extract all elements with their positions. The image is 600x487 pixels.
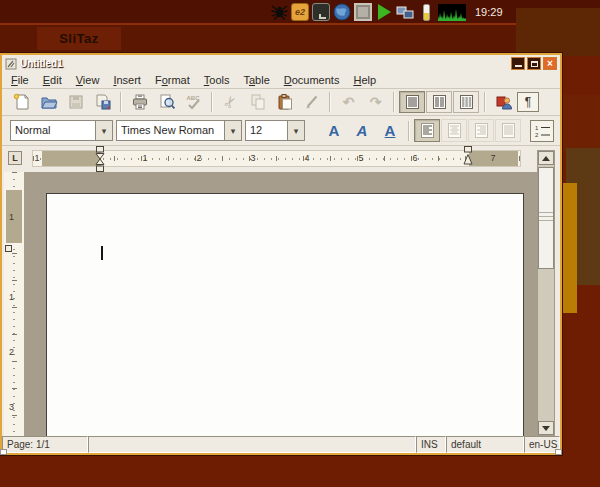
print-button[interactable]: [126, 90, 153, 114]
menu-insert[interactable]: Insert: [106, 72, 148, 88]
menu-help[interactable]: Help: [346, 72, 383, 88]
three-columns-view-button[interactable]: [453, 91, 479, 113]
ruler-row: L 1 1 2 3 4 5 6 7: [2, 146, 560, 172]
undo-button[interactable]: ↶: [335, 90, 362, 114]
battery-icon[interactable]: [417, 3, 435, 21]
document-page[interactable]: [46, 193, 524, 436]
menu-format[interactable]: Format: [148, 72, 197, 88]
pilcrow-icon: ¶: [525, 95, 531, 109]
style-combobox[interactable]: Normal: [10, 120, 113, 141]
terminal-glyph: [319, 14, 326, 19]
top-margin-marker[interactable]: [5, 245, 12, 252]
cpu-monitor-icon[interactable]: [438, 4, 466, 21]
maximize-icon: [531, 61, 538, 67]
close-button[interactable]: ×: [543, 57, 557, 70]
font-size-combobox[interactable]: 12: [245, 120, 305, 141]
italic-button[interactable]: A: [348, 119, 376, 143]
taskbar: e2 19:29: [270, 2, 503, 22]
scissors-icon: ✂: [220, 92, 242, 112]
align-left-button[interactable]: [414, 119, 440, 142]
standard-toolbar: ABC ✂ ↶: [2, 89, 560, 116]
right-indent-marker[interactable]: [463, 146, 473, 168]
align-justify-button[interactable]: [495, 119, 521, 142]
document-area: 1 1 2 3: [2, 172, 560, 436]
open-button[interactable]: [35, 90, 62, 114]
numbered-list-button[interactable]: 1 2: [530, 120, 554, 142]
play-icon[interactable]: [375, 3, 393, 21]
insert-image-button[interactable]: [490, 90, 517, 114]
ruler-number: 7: [490, 153, 495, 163]
copy-button[interactable]: [244, 90, 271, 114]
minimize-button[interactable]: [511, 57, 525, 70]
maximize-button[interactable]: [527, 57, 541, 70]
ruler-number: 3: [9, 402, 14, 412]
scroll-down-button[interactable]: [538, 421, 554, 435]
three-columns-icon: [460, 95, 473, 109]
left-indent-marker[interactable]: [95, 146, 105, 174]
menu-table[interactable]: Table: [236, 72, 276, 88]
align-center-button[interactable]: [441, 119, 467, 142]
slitaz-menu-button[interactable]: SliTaz: [37, 27, 121, 50]
battery-glyph: [423, 4, 430, 21]
redo-button[interactable]: ↷: [362, 90, 389, 114]
web-browser-icon[interactable]: [333, 3, 351, 21]
toolbar-separator: [393, 92, 395, 112]
ruler-number: 1: [142, 153, 147, 163]
ruler-number: 2: [9, 347, 14, 357]
ruler-number: 2: [196, 153, 201, 163]
window-titlebar[interactable]: Untitled1 ×: [2, 55, 560, 72]
ruler-number: 1: [9, 212, 14, 222]
resize-grip[interactable]: [0, 449, 7, 455]
resize-grip[interactable]: [555, 449, 562, 455]
format-painter-button[interactable]: [298, 90, 325, 114]
menu-documents[interactable]: Documents: [277, 72, 347, 88]
chevron-down-icon[interactable]: [287, 121, 304, 140]
scroll-up-button[interactable]: [538, 151, 554, 165]
save-button[interactable]: [62, 90, 89, 114]
status-message: [88, 436, 416, 453]
cut-button[interactable]: ✂: [217, 90, 244, 114]
tab-stop-selector[interactable]: L: [8, 151, 22, 165]
terminal-icon[interactable]: [312, 3, 330, 21]
two-columns-view-button[interactable]: [426, 91, 452, 113]
align-right-button[interactable]: [468, 119, 494, 142]
chevron-down-icon[interactable]: [224, 121, 241, 140]
frame-icon[interactable]: [354, 3, 372, 21]
toolbar-separator: [211, 92, 213, 112]
spellcheck-button[interactable]: ABC: [180, 90, 207, 114]
redo-icon: ↷: [370, 94, 382, 110]
ruler-number: 1: [34, 153, 39, 163]
align-right-icon: [475, 123, 488, 138]
bold-button[interactable]: A: [320, 119, 348, 143]
show-formatting-button[interactable]: ¶: [517, 92, 539, 112]
e2-file-manager-icon[interactable]: e2: [291, 3, 309, 21]
spider-icon[interactable]: [270, 3, 288, 21]
ruler-margin-left: [42, 151, 101, 166]
wallpaper-rect: [516, 8, 600, 56]
statusbar: Page: 1/1 INS default en-US: [2, 436, 560, 453]
frame-glyph: [358, 7, 368, 17]
menu-tools[interactable]: Tools: [197, 72, 237, 88]
underline-button[interactable]: A: [376, 119, 404, 143]
scrollbar-thumb[interactable]: [538, 167, 554, 269]
menu-view[interactable]: View: [69, 72, 107, 88]
print-preview-button[interactable]: [153, 90, 180, 114]
menu-file[interactable]: File: [4, 72, 36, 88]
align-justify-icon: [502, 123, 515, 138]
svg-text:2: 2: [535, 132, 539, 138]
ruler-number: 5: [358, 153, 363, 163]
menu-edit[interactable]: Edit: [36, 72, 69, 88]
save-as-button[interactable]: [89, 90, 116, 114]
one-column-view-button[interactable]: [399, 91, 425, 113]
one-column-icon: [406, 95, 419, 109]
play-glyph: [378, 4, 391, 20]
undo-icon: ↶: [343, 94, 355, 110]
font-combobox[interactable]: Times New Roman: [116, 120, 242, 141]
new-document-button[interactable]: [8, 90, 35, 114]
network-icon[interactable]: [396, 3, 414, 21]
toolbar-separator: [484, 92, 486, 112]
chevron-down-icon[interactable]: [95, 121, 112, 140]
status-style: default: [446, 436, 524, 453]
paste-button[interactable]: [271, 90, 298, 114]
vertical-scrollbar[interactable]: [537, 150, 555, 436]
